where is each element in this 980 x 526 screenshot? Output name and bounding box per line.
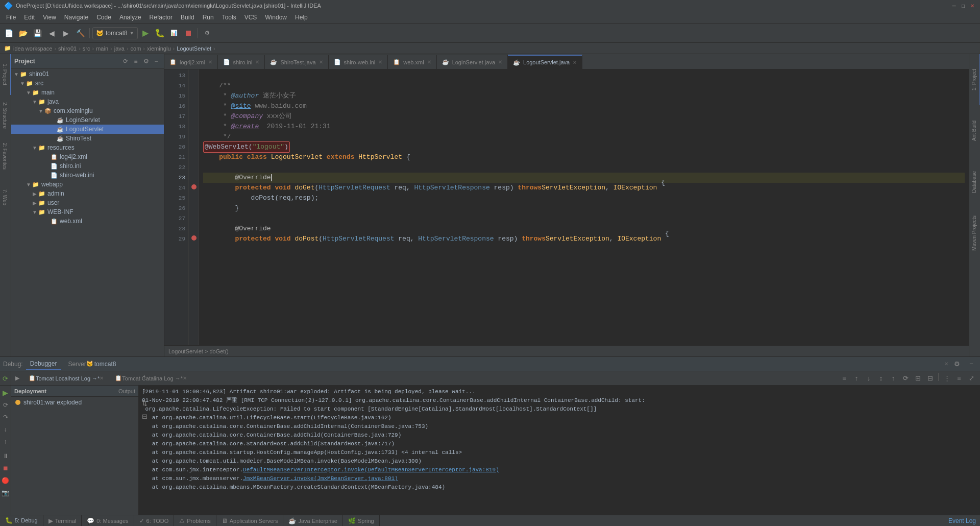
web-tab[interactable]: 7: Web (0, 177, 11, 218)
project-settings-button[interactable]: ⚙ (141, 57, 151, 66)
run-config-selector[interactable]: 🐱 tomcat8 ▼ (92, 27, 138, 39)
debug-btn-5[interactable]: ↑ (888, 373, 899, 384)
build-button[interactable]: 🔨 (74, 27, 87, 40)
tab-shirotest[interactable]: ☕ ShiroTest.java ✕ (265, 55, 328, 69)
debug-section-tomcat-catalina[interactable]: 📋 Tomcat Catalina Log →* ✕ (110, 371, 192, 386)
breakpoint-24[interactable] (191, 184, 197, 189)
debug-run-to-cursor-button[interactable]: ⏸ (0, 450, 11, 462)
menu-analyze[interactable]: Analyze (115, 13, 145, 22)
tree-item-log4j2[interactable]: ▶ 📋 log4j2.xml (11, 152, 164, 161)
menu-build[interactable]: Build (177, 13, 199, 22)
tree-item-webinf[interactable]: ▼ 📁 WEB-INF (11, 207, 164, 217)
debug-btn-4[interactable]: ↕ (875, 373, 887, 384)
tree-item-shiro-web-ini[interactable]: ▶ 📄 shiro-web.ini (11, 171, 164, 180)
debug-btn-3[interactable]: ↓ (863, 373, 874, 384)
debug-settings-button[interactable]: ⚙ (951, 358, 963, 370)
tab-logoutservlet[interactable]: ☕ LogoutServlet.java ✕ (508, 55, 582, 69)
menu-code[interactable]: Code (92, 13, 115, 22)
tab-close-shiro-ini[interactable]: ✕ (255, 59, 259, 65)
coverage-button[interactable]: 📊 (167, 27, 181, 40)
tab-close-localhost[interactable]: ✕ (100, 375, 104, 381)
bottom-tab-java-enterprise[interactable]: ☕ Java Enterprise (283, 515, 342, 526)
tree-item-src[interactable]: ▼ 📁 src (11, 79, 164, 88)
debug-restart-button[interactable]: ⟳ (0, 373, 11, 384)
structure-tab[interactable]: 2: Structure (0, 95, 11, 136)
project-sync-button[interactable]: ⟳ (121, 57, 130, 66)
tree-item-logoutservlet[interactable]: ▶ ☕ LogoutServlet (11, 125, 164, 134)
debug-btn-2[interactable]: ↑ (851, 373, 862, 384)
breadcrumb-xieminglu[interactable]: xieminglu (147, 45, 170, 52)
minimize-button[interactable]: ─ (950, 2, 958, 9)
menu-navigate[interactable]: Navigate (60, 13, 92, 22)
tab-shiro-web-ini[interactable]: 📄 shiro-web.ini ✕ (329, 55, 388, 69)
run-button[interactable]: ▶ (139, 27, 152, 40)
debug-expand-button[interactable]: ⤢ (966, 373, 977, 384)
right-tab-maven[interactable]: Maven Projects (969, 207, 981, 258)
tab-loginservlet[interactable]: ☕ LoginServlet.java ✕ (437, 55, 508, 69)
open-button[interactable]: 📂 (16, 27, 30, 40)
event-log-link[interactable]: Event Log (948, 517, 976, 524)
menu-help[interactable]: Help (291, 13, 312, 22)
debug-btn-10[interactable]: ≡ (953, 373, 965, 384)
close-button[interactable]: ✕ (969, 2, 976, 9)
debug-log-output[interactable]: [2019-11-01 10:00:46,823] Artifact shiro… (139, 386, 980, 515)
deployment-item-shiro01[interactable]: shiro01:war exploded (11, 397, 138, 408)
tree-item-webapp[interactable]: ▼ 📁 webapp (11, 180, 164, 189)
breakpoint-29[interactable] (191, 235, 197, 241)
project-collapse-button[interactable]: ≡ (131, 57, 140, 66)
project-close-button[interactable]: − (152, 57, 161, 66)
tree-item-resources[interactable]: ▼ 📁 resources (11, 143, 164, 152)
tab-close-logoutservlet[interactable]: ✕ (573, 60, 577, 65)
tab-close-loginservlet[interactable]: ✕ (498, 59, 502, 65)
debug-minimize-button[interactable]: − (966, 358, 977, 370)
right-tab-project[interactable]: 1: Project (969, 54, 981, 105)
bottom-tab-todo[interactable]: ✓ 6: TODO (134, 515, 175, 526)
menu-tools[interactable]: Tools (218, 13, 240, 22)
favorites-tab[interactable]: 2: Favorites (0, 136, 11, 177)
debug-resume-button[interactable]: ▶ (0, 387, 11, 398)
tab-log4j2[interactable]: 📋 log4j2.xml ✕ (164, 55, 218, 69)
project-panel-tab[interactable]: 1: Project (0, 54, 11, 95)
breadcrumb-project[interactable]: shiro01 (58, 45, 77, 52)
debug-step-over-button[interactable]: ↷ (0, 412, 11, 423)
tree-item-shiro01[interactable]: ▼ 📁 shiro01 (11, 69, 164, 79)
debug-btn-1[interactable]: ≡ (839, 373, 850, 384)
log-link-1[interactable]: DefaultMBeanServerInterceptor.invoke(Def… (243, 467, 499, 473)
breadcrumb-main[interactable]: main (96, 45, 108, 52)
menu-run[interactable]: Run (199, 13, 218, 22)
bottom-tab-debug[interactable]: 🐛 5: Debug (0, 515, 43, 526)
filter-button[interactable]: ⊟ (139, 411, 150, 422)
debug-tab-debugger[interactable]: Debugger (26, 358, 61, 370)
back-button[interactable]: ◀ (45, 27, 58, 40)
tree-item-user[interactable]: ▶ 📁 user (11, 198, 164, 207)
debug-mute-button[interactable]: 🔴 (0, 475, 11, 486)
bottom-tab-messages[interactable]: 💬 0: Messages (82, 515, 134, 526)
scroll-up-button[interactable]: ↑ (139, 371, 150, 382)
save-button[interactable]: 💾 (31, 27, 44, 40)
tab-close-web-xml[interactable]: ✕ (427, 59, 431, 65)
tree-item-loginservlet[interactable]: ▶ ☕ LoginServlet (11, 115, 164, 125)
debug-camera-button[interactable]: 📷 (0, 487, 11, 498)
tab-shiro-ini[interactable]: 📄 shiro.ini ✕ (218, 55, 265, 69)
debug-pause-button[interactable]: ⟳ (0, 399, 11, 411)
menu-file[interactable]: File (2, 13, 20, 22)
tree-item-shirotest[interactable]: ▶ ☕ ShiroTest (11, 134, 164, 143)
bottom-tab-spring[interactable]: 🌿 Spring (343, 515, 380, 526)
debug-button[interactable]: 🐛 (153, 27, 166, 40)
menu-edit[interactable]: Edit (20, 13, 39, 22)
tree-item-web-xml[interactable]: ▶ 📋 web.xml (11, 217, 164, 226)
maximize-button[interactable]: □ (960, 2, 967, 9)
debug-close-button[interactable]: ✕ (944, 361, 948, 367)
tree-item-shiro-ini[interactable]: ▶ 📄 shiro.ini (11, 161, 164, 171)
output-link[interactable]: Output (118, 388, 135, 394)
tab-close-log4j2[interactable]: ✕ (208, 59, 212, 65)
scroll-down-button[interactable]: ↓ (139, 384, 150, 395)
breadcrumb-src[interactable]: src (83, 45, 90, 52)
debug-section-tomcat-localhost[interactable]: 📋 Tomcat Localhost Log →* ✕ (23, 371, 109, 386)
forward-button[interactable]: ▶ (59, 27, 72, 40)
debug-step-out-button[interactable]: ↑ (0, 436, 11, 447)
tab-close-shirotest[interactable]: ✕ (319, 59, 323, 65)
breadcrumb-workspace[interactable]: idea workspace (13, 45, 52, 52)
tab-close-shiro-web-ini[interactable]: ✕ (378, 59, 382, 65)
tab-web-xml[interactable]: 📋 web.xml ✕ (388, 55, 436, 69)
